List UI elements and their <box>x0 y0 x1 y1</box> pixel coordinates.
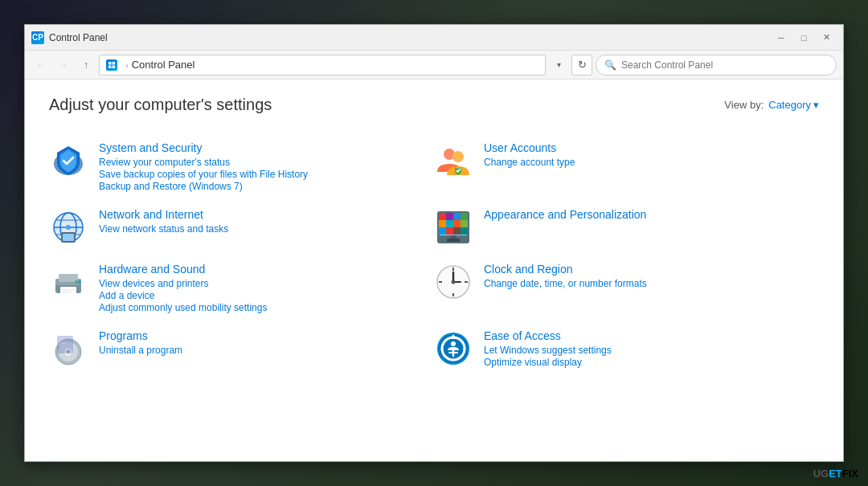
ease-content: Ease of Access Let Windows suggest setti… <box>484 329 612 368</box>
svg-rect-27 <box>446 227 453 235</box>
programs-title[interactable]: Programs <box>99 329 182 342</box>
ease-link-0[interactable]: Let Windows suggest settings <box>484 345 612 356</box>
system-security-link-2[interactable]: Backup and Restore (Windows 7) <box>99 181 308 192</box>
view-by-control: View by: Category ▾ <box>724 99 819 111</box>
category-clock[interactable]: Clock and Region Change date, time, or n… <box>434 255 819 321</box>
system-security-link-0[interactable]: Review your computer's status <box>99 157 308 168</box>
control-panel-window: CP Control Panel ─ □ ✕ ← → ↑ › Control P… <box>24 24 844 462</box>
system-security-link-1[interactable]: Save backup copies of your files with Fi… <box>99 169 308 180</box>
address-path[interactable]: › Control Panel <box>99 55 546 76</box>
svg-point-48 <box>452 280 456 284</box>
watermark-prefix: UG <box>813 468 829 480</box>
clock-title[interactable]: Clock and Region <box>484 263 647 276</box>
path-icon <box>106 59 117 71</box>
main-content: Adjust your computer's settings View by:… <box>25 80 843 461</box>
svg-rect-31 <box>447 239 460 242</box>
search-input[interactable] <box>621 59 828 71</box>
svg-rect-23 <box>446 220 453 227</box>
network-link-0[interactable]: View network status and tasks <box>99 223 228 235</box>
ease-icon <box>434 329 473 368</box>
page-title: Adjust your computer's settings <box>49 96 272 114</box>
user-accounts-content: User Accounts Change account type <box>484 141 575 168</box>
address-bar: ← → ↑ › Control Panel ▾ ↻ 🔍 <box>25 51 843 80</box>
svg-rect-22 <box>439 220 446 227</box>
svg-rect-0 <box>108 62 112 65</box>
svg-rect-35 <box>60 287 76 296</box>
svg-rect-19 <box>446 213 453 220</box>
svg-point-13 <box>66 225 71 230</box>
programs-icon <box>49 329 88 368</box>
path-current: Control Panel <box>132 59 195 71</box>
svg-rect-15 <box>63 234 74 241</box>
user-accounts-link-0[interactable]: Change account type <box>484 157 575 168</box>
svg-point-6 <box>452 151 464 162</box>
back-button[interactable]: ← <box>31 55 51 75</box>
programs-content: Programs Uninstall a program <box>99 329 182 356</box>
hardware-link-1[interactable]: Add a device <box>99 290 267 301</box>
path-separator: › <box>125 60 129 70</box>
hardware-title[interactable]: Hardware and Sound <box>99 263 267 276</box>
network-content: Network and Internet View network status… <box>99 208 228 235</box>
svg-point-39 <box>78 280 81 284</box>
clock-icon <box>434 263 473 301</box>
watermark: UGETFIX <box>813 468 858 480</box>
svg-rect-24 <box>453 220 461 227</box>
watermark-suffix: FIX <box>842 468 858 480</box>
category-programs[interactable]: Programs Uninstall a program <box>49 321 434 376</box>
ease-title[interactable]: Ease of Access <box>484 329 612 342</box>
appearance-icon <box>434 208 473 247</box>
svg-rect-20 <box>453 213 461 220</box>
maximize-button[interactable]: □ <box>793 30 814 46</box>
category-user-accounts[interactable]: User Accounts Change account type <box>434 133 819 200</box>
hardware-link-2[interactable]: Adjust commonly used mobility settings <box>99 302 267 313</box>
category-appearance[interactable]: Appearance and Personalization <box>434 200 819 255</box>
network-title[interactable]: Network and Internet <box>99 208 228 221</box>
svg-rect-29 <box>461 227 468 235</box>
page-header: Adjust your computer's settings View by:… <box>49 96 819 114</box>
search-box[interactable]: 🔍 <box>596 55 837 76</box>
system-security-icon <box>49 141 88 180</box>
address-dropdown-button[interactable]: ▾ <box>549 55 568 75</box>
system-security-content: System and Security Review your computer… <box>99 141 308 192</box>
forward-button[interactable]: → <box>54 55 73 75</box>
title-bar: CP Control Panel ─ □ ✕ <box>25 25 843 51</box>
category-hardware[interactable]: Hardware and Sound View devices and prin… <box>49 255 434 321</box>
svg-rect-3 <box>113 65 116 68</box>
svg-rect-1 <box>113 62 116 65</box>
view-by-value[interactable]: Category ▾ <box>768 99 819 111</box>
app-icon: CP <box>31 31 44 44</box>
window-controls: ─ □ ✕ <box>771 30 837 46</box>
svg-point-38 <box>75 280 78 284</box>
minimize-button[interactable]: ─ <box>771 30 792 46</box>
clock-link-0[interactable]: Change date, time, or number formats <box>484 278 647 289</box>
ease-link-1[interactable]: Optimize visual display <box>484 357 612 368</box>
svg-rect-2 <box>108 65 112 68</box>
hardware-content: Hardware and Sound View devices and prin… <box>99 263 267 313</box>
category-network[interactable]: Network and Internet View network status… <box>49 200 434 255</box>
hardware-icon <box>49 263 88 301</box>
category-ease[interactable]: Ease of Access Let Windows suggest setti… <box>434 321 819 376</box>
appearance-title[interactable]: Appearance and Personalization <box>484 208 646 221</box>
categories-grid: System and Security Review your computer… <box>49 133 819 376</box>
close-button[interactable]: ✕ <box>816 30 837 46</box>
category-system-security[interactable]: System and Security Review your computer… <box>49 133 434 200</box>
svg-rect-28 <box>453 227 461 235</box>
user-accounts-title[interactable]: User Accounts <box>484 141 575 154</box>
svg-rect-25 <box>461 220 468 227</box>
refresh-button[interactable]: ↻ <box>571 55 592 76</box>
search-icon: 🔍 <box>604 59 616 71</box>
network-icon <box>49 208 88 247</box>
svg-rect-18 <box>439 213 446 220</box>
programs-link-0[interactable]: Uninstall a program <box>99 345 182 356</box>
svg-point-58 <box>451 341 456 346</box>
svg-rect-26 <box>439 227 446 235</box>
hardware-link-0[interactable]: View devices and printers <box>99 278 267 289</box>
view-by-dropdown-icon: ▾ <box>813 99 819 111</box>
watermark-accent: ET <box>829 468 842 480</box>
clock-content: Clock and Region Change date, time, or n… <box>484 263 647 289</box>
svg-rect-54 <box>57 336 73 353</box>
system-security-title[interactable]: System and Security <box>99 141 308 154</box>
window-title: Control Panel <box>49 32 771 43</box>
svg-rect-21 <box>461 213 468 220</box>
up-button[interactable]: ↑ <box>76 55 96 75</box>
